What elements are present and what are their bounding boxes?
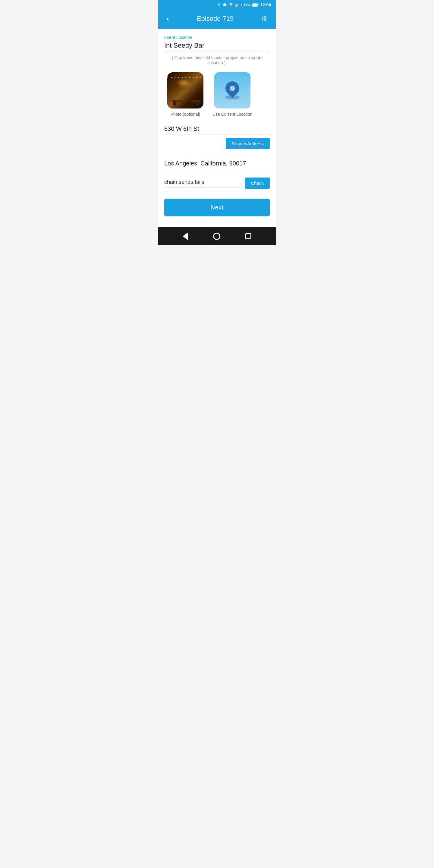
svg-rect-4 (235, 5, 236, 7)
status-time: 12:04 (260, 2, 271, 7)
bar-chair2 (196, 101, 199, 105)
status-icons: 100% 12:04 (217, 2, 271, 7)
svg-rect-10 (253, 4, 257, 6)
battery-percentage: 100% (241, 3, 250, 7)
city-state-zip-input[interactable] (164, 160, 270, 169)
location-pin (225, 82, 240, 99)
address-section: Search Address (164, 125, 270, 149)
use-current-location-button[interactable] (214, 72, 250, 108)
string-lights (167, 77, 204, 78)
header-title: Episode 719 (172, 15, 259, 23)
nav-square-icon (245, 233, 251, 239)
bar-glow (176, 79, 191, 87)
next-button[interactable]: Next (164, 198, 270, 216)
hint-text: ( Can leave this field blank if project … (164, 56, 270, 65)
svg-rect-1 (223, 4, 224, 6)
bar-chair (173, 101, 176, 105)
vibrate-icon (223, 3, 227, 7)
svg-rect-6 (237, 4, 237, 7)
check-button[interactable]: Check (245, 178, 270, 189)
svg-rect-5 (236, 4, 236, 7)
bluetooth-icon (217, 3, 221, 7)
pin-head (223, 79, 242, 98)
search-address-button[interactable]: Search Address (226, 138, 270, 149)
photo-item: Photo (optional) (167, 72, 204, 117)
svg-rect-9 (258, 4, 258, 5)
nav-back-icon (183, 232, 188, 240)
svg-rect-7 (238, 3, 238, 7)
main-content: Event Location ( Can leave this field bl… (158, 29, 276, 227)
location-name-input[interactable] (164, 41, 270, 51)
nav-home-button[interactable] (213, 233, 220, 240)
signal-icon (235, 3, 239, 7)
battery-icon (252, 3, 258, 7)
use-location-label: Use Current Location (213, 112, 252, 117)
search-address-row: Search Address (164, 138, 270, 149)
status-bar: 100% 12:04 (158, 0, 276, 10)
media-row: Photo (optional) Use Current Location (164, 72, 270, 117)
nav-home-icon (213, 233, 220, 240)
current-location-item: Use Current Location (213, 72, 252, 117)
nav-back-button[interactable] (183, 232, 188, 240)
address-input[interactable] (164, 125, 270, 134)
w3w-input[interactable] (164, 179, 242, 187)
w3w-section: Check (164, 178, 270, 191)
settings-button[interactable]: ⚙ (259, 13, 270, 24)
photo-label: Photo (optional) (170, 112, 200, 117)
back-button[interactable]: ‹ (164, 13, 172, 24)
bar-interior-image (167, 72, 204, 108)
svg-point-3 (230, 6, 231, 6)
wifi-icon (228, 3, 233, 7)
section-label: Event Location (164, 35, 270, 40)
app-header: ‹ Episode 719 ⚙ (158, 10, 276, 29)
svg-rect-2 (226, 4, 226, 6)
nav-bar (158, 227, 276, 245)
svg-rect-0 (224, 3, 226, 6)
nav-recents-button[interactable] (245, 233, 251, 239)
photo-thumbnail[interactable] (167, 72, 204, 108)
